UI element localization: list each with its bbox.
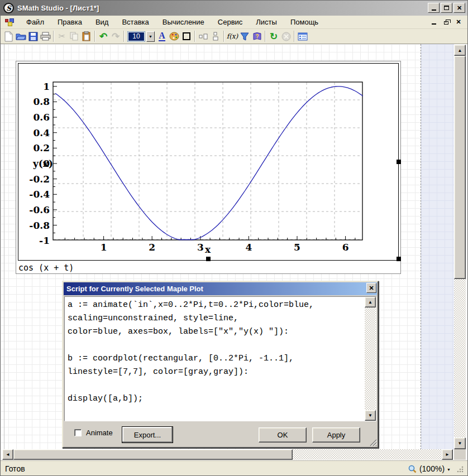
recalculate-button[interactable]: ↻ — [268, 30, 280, 42]
toolbar-separator — [265, 31, 266, 42]
close-button[interactable]: ✕ — [453, 3, 465, 13]
font-button[interactable]: A — [156, 30, 168, 42]
stop-button[interactable] — [280, 30, 292, 42]
mdi-close-button[interactable]: ✕ — [454, 18, 463, 26]
zoom-dropdown-icon[interactable]: ▼ — [447, 468, 451, 472]
maximize-button[interactable] — [441, 3, 452, 13]
minimize-button[interactable] — [428, 3, 440, 13]
svg-text:4: 4 — [245, 242, 252, 253]
menu-item-1[interactable]: Правка — [51, 16, 89, 28]
resize-handle-bottom[interactable] — [206, 257, 211, 261]
svg-text:2: 2 — [149, 242, 155, 253]
maple-plot-region[interactable]: 12345610.80.60.40.20-0.2-0.4-0.6-0.8-1xy… — [16, 61, 401, 274]
toolbar: ✂ ↶ ↷ 10 ▼ A f(x) ? ↻ — [1, 29, 467, 44]
function-icon: f(x) — [227, 32, 238, 40]
animate-checkbox[interactable] — [74, 429, 82, 436]
apply-button[interactable]: Apply — [312, 427, 360, 443]
insert-function-button[interactable]: f(x) — [226, 30, 238, 42]
mdi-restore-icon — [444, 21, 448, 25]
mdi-minimize-button[interactable] — [429, 18, 438, 26]
reference-button[interactable]: ? — [251, 30, 263, 42]
document-icon — [5, 18, 14, 26]
horizontal-scroll-track[interactable] — [293, 449, 442, 460]
cut-button[interactable]: ✂ — [56, 30, 68, 42]
maple-script-dialog: Script for Currently Selected Maple Plot… — [62, 281, 379, 448]
align-vertical-button[interactable] — [209, 30, 222, 42]
scroll-track[interactable] — [365, 307, 376, 410]
scroll-up-button[interactable]: ▲ — [454, 45, 466, 56]
menu-item-7[interactable]: Помощь — [284, 16, 325, 28]
resize-handle-right[interactable] — [397, 160, 401, 164]
svg-text:-0.6: -0.6 — [29, 204, 50, 215]
dialog-close-button[interactable]: ✕ — [366, 283, 376, 293]
arrow-up-icon: ▲ — [458, 48, 462, 53]
horizontal-scroll-thumb[interactable] — [13, 449, 293, 460]
outside-page-area — [421, 44, 454, 450]
toolbar-separator — [53, 31, 54, 42]
dialog-title: Script for Currently Selected Maple Plot — [66, 285, 203, 293]
scroll-up-button[interactable]: ▲ — [365, 297, 376, 307]
palette-icon — [169, 32, 180, 41]
scroll-down-button[interactable]: ▼ — [454, 437, 466, 449]
copy-button[interactable] — [68, 30, 80, 42]
mdi-close-icon: ✕ — [456, 18, 461, 26]
options-button[interactable] — [297, 30, 309, 42]
border-button[interactable] — [180, 30, 193, 42]
plot-formula[interactable]: cos (x + t) — [18, 262, 74, 273]
paste-clipboard-icon — [82, 31, 91, 41]
mdi-minimize-icon — [432, 21, 436, 25]
dialog-title-bar[interactable]: Script for Currently Selected Maple Plot — [64, 282, 377, 295]
toolbar-separator — [123, 31, 125, 42]
cosine-plot: 12345610.80.60.40.20-0.2-0.4-0.6-0.8-1xy… — [18, 64, 398, 260]
close-icon: ✕ — [457, 5, 462, 11]
paste-button[interactable] — [80, 30, 93, 42]
save-button[interactable] — [27, 30, 39, 42]
undo-button[interactable]: ↶ — [97, 30, 109, 42]
funnel-icon — [240, 32, 249, 41]
align-vertical-icon — [212, 32, 219, 41]
border-square-icon — [183, 32, 190, 40]
svg-text:6: 6 — [342, 242, 349, 253]
open-button[interactable] — [15, 30, 27, 42]
script-text-area[interactable]: a := animate(`in`,x=0..2*Pi,t=0..2*Pi,co… — [64, 296, 376, 421]
scroll-down-button[interactable]: ▼ — [365, 410, 376, 421]
menu-item-3[interactable]: Вставка — [115, 16, 155, 28]
scroll-right-button[interactable]: ► — [442, 449, 453, 460]
mdi-restore-button[interactable] — [442, 18, 451, 26]
status-text: Готов — [5, 464, 25, 473]
open-folder-icon — [16, 32, 26, 41]
vertical-scroll-thumb[interactable] — [454, 56, 466, 279]
dialog-resize-grip[interactable] — [369, 438, 377, 446]
align-horizontal-button[interactable] — [197, 30, 209, 42]
menu-item-0[interactable]: Файл — [20, 16, 51, 28]
font-size-combobox[interactable]: 10 — [127, 31, 145, 42]
menu-item-2[interactable]: Вид — [89, 16, 116, 28]
menu-item-4[interactable]: Вычисление — [156, 16, 211, 28]
resize-handle-corner[interactable] — [397, 257, 401, 261]
font-size-dropdown-button[interactable]: ▼ — [146, 31, 155, 42]
printer-icon — [40, 32, 51, 41]
svg-text:0.2: 0.2 — [33, 142, 50, 153]
ok-button[interactable]: OK — [259, 427, 307, 443]
redo-button[interactable]: ↷ — [109, 30, 122, 42]
svg-text:0.8: 0.8 — [33, 96, 50, 107]
color-palette-button[interactable] — [168, 30, 180, 42]
script-text[interactable]: a := animate(`in`,x=0..2*Pi,t=0..2*Pi,co… — [65, 297, 376, 407]
svg-text:0.4: 0.4 — [33, 127, 50, 138]
new-button[interactable] — [2, 30, 15, 42]
menu-item-5[interactable]: Сервис — [211, 16, 250, 28]
menu-item-6[interactable]: Листы — [249, 16, 284, 28]
print-button[interactable] — [39, 30, 51, 42]
new-page-icon — [4, 31, 13, 42]
worksheet-canvas[interactable]: 12345610.80.60.40.20-0.2-0.4-0.6-0.8-1xy… — [1, 44, 468, 460]
plot-area[interactable]: 12345610.80.60.40.20-0.2-0.4-0.6-0.8-1xy… — [18, 63, 399, 261]
svg-text:x: x — [205, 244, 211, 255]
zoom-level[interactable]: (100%) — [419, 464, 445, 473]
vertical-scroll-track[interactable] — [454, 279, 466, 437]
scroll-left-button[interactable]: ◄ — [2, 449, 13, 460]
filter-button[interactable] — [238, 30, 251, 42]
font-letter-icon: A — [159, 31, 165, 42]
title-bar[interactable]: S SMath Studio - [Лист1*] ✕ — [1, 1, 467, 16]
export-button[interactable]: Export... — [122, 426, 173, 443]
window-resize-grip[interactable] — [456, 465, 464, 473]
